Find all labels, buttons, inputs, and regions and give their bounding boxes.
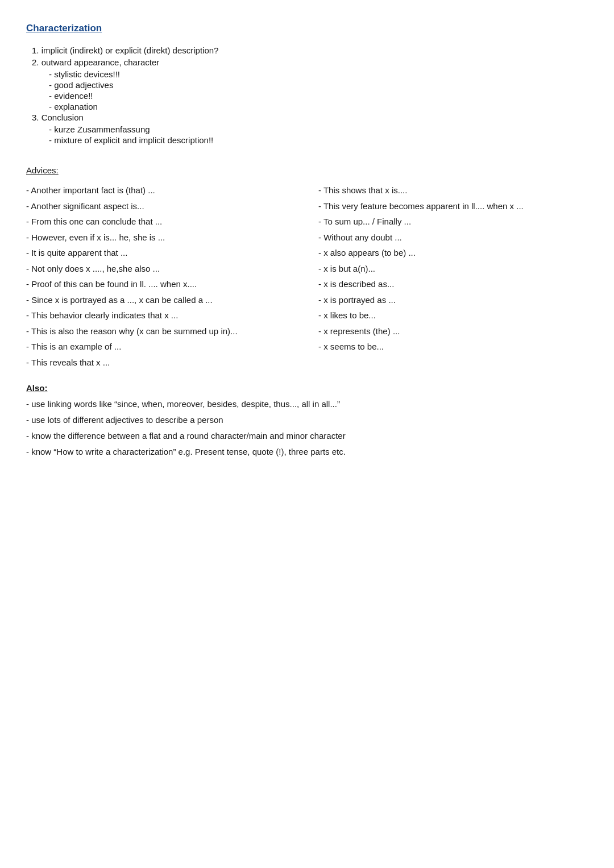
right-bullet-0: - This shows that x is.... [318, 184, 588, 197]
also-item-1: - use lots of different adjectives to de… [26, 413, 588, 427]
sub-item-3-0: - kurze Zusammenfassung [49, 124, 588, 134]
page-title: Characterization [26, 23, 588, 34]
left-column: - Another important fact is (that) ... -… [26, 184, 296, 372]
left-bullet-0: - Another important fact is (that) ... [26, 184, 296, 197]
numbered-item-3: 3. Conclusion [32, 113, 588, 122]
right-bullet-7: - x is portrayed as ... [318, 294, 588, 307]
left-bullet-4: - It is quite apparent that ... [26, 247, 296, 260]
left-bullet-1: - Another significant aspect is... [26, 200, 296, 213]
right-bullet-5: - x is but a(n)... [318, 263, 588, 276]
sub-list-2: - stylistic devices!!! - good adjectives… [49, 69, 588, 111]
sub-item-2-0: - stylistic devices!!! [49, 69, 588, 79]
also-section: Also: - use linking words like “since, w… [26, 383, 588, 459]
left-bullet-10: - This is an example of ... [26, 340, 296, 354]
left-bullet-2: - From this one can conclude that ... [26, 215, 296, 229]
left-bullet-11: - This reveals that x ... [26, 356, 296, 369]
also-label: Also: [26, 383, 588, 393]
right-bullet-4: - x also appears (to be) ... [318, 247, 588, 260]
also-item-3: - know “How to write a characterization”… [26, 445, 588, 459]
right-bullet-3: - Without any doubt ... [318, 231, 588, 244]
right-bullet-9: - x represents (the) ... [318, 325, 588, 338]
advices-label: Advices: [26, 165, 588, 175]
right-bullet-2: - To sum up... / Finally ... [318, 215, 588, 229]
left-bullet-3: - However, even if x is... he, she is ..… [26, 231, 296, 244]
also-item-0: - use linking words like “since, when, m… [26, 397, 588, 411]
left-bullet-5: - Not only does x ...., he,she also ... [26, 263, 296, 276]
left-bullet-6: - Proof of this can be found in ll. ....… [26, 278, 296, 291]
left-bullet-8: - This behavior clearly indicates that x… [26, 309, 296, 322]
right-bullet-1: - This very feature becomes apparent in … [318, 200, 588, 213]
left-bullet-7: - Since x is portrayed as a ..., x can b… [26, 294, 296, 307]
also-item-2: - know the difference between a flat and… [26, 429, 588, 443]
sub-item-2-3: - explanation [49, 102, 588, 111]
sub-item-2-1: - good adjectives [49, 80, 588, 90]
numbered-item-1: 1. implicit (indirekt) or explicit (dire… [32, 45, 588, 55]
advices-columns: - Another important fact is (that) ... -… [26, 184, 588, 372]
right-bullet-10: - x seems to be... [318, 340, 588, 354]
sub-item-3-1: - mixture of explicit and implicit descr… [49, 135, 588, 145]
sub-item-2-2: - evidence!! [49, 91, 588, 101]
left-bullet-9: - This is also the reason why (x can be … [26, 325, 296, 338]
right-bullet-8: - x likes to be... [318, 309, 588, 322]
right-column: - This shows that x is.... - This very f… [318, 184, 588, 372]
sub-list-3: - kurze Zusammenfassung - mixture of exp… [49, 124, 588, 145]
numbered-item-2: 2. outward appearance, character [32, 57, 588, 67]
right-bullet-6: - x is described as... [318, 278, 588, 291]
